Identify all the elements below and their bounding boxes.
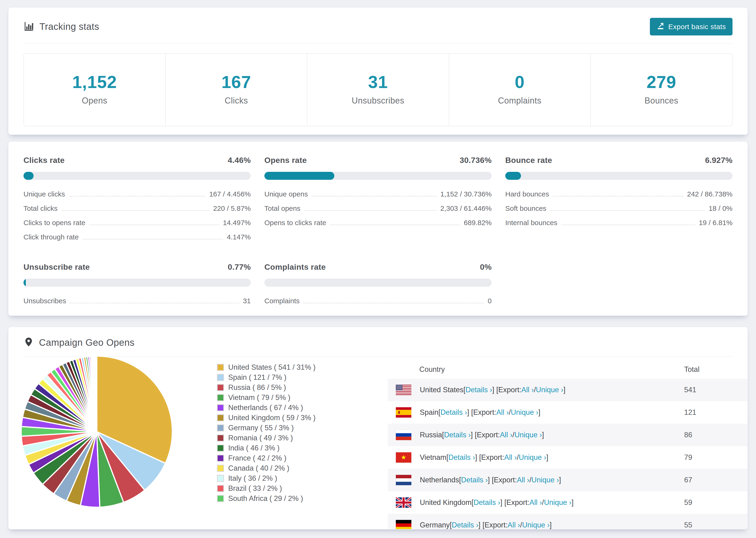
country-name: United States (420, 386, 463, 394)
rates-card: Clicks rate4.46%Unique clicks167 / 4.456… (8, 141, 748, 316)
summary-stat-box: 279Bounces (590, 54, 732, 126)
bracket-text: [ (438, 408, 441, 417)
stat-label: Complaints (449, 96, 590, 106)
legend-label: Brazil ( 33 / 2% ) (228, 484, 282, 493)
country-name: Spain (420, 408, 438, 417)
legend-item: India ( 46 / 3% ) (217, 444, 315, 452)
rate-value: 0.77% (228, 262, 251, 272)
dotted-leader (550, 204, 705, 211)
legend-swatch (217, 475, 224, 482)
dotted-leader (561, 219, 695, 225)
table-row: Russia [Details ›] [Export: All › / Uniq… (388, 424, 748, 446)
pie-legend: United States ( 541 / 31% )Spain ( 121 /… (217, 364, 315, 505)
legend-item: Brazil ( 33 / 2% ) (217, 485, 315, 492)
legend-swatch (217, 374, 224, 381)
progress-bar (264, 172, 492, 180)
export-all-link[interactable]: All › (504, 453, 517, 462)
export-unique-link[interactable]: Unique › (536, 386, 564, 394)
rate-row-label: Opens to clicks rate (264, 219, 326, 227)
rates-grid: Clicks rate4.46%Unique clicks167 / 4.456… (24, 156, 732, 311)
page-title: Tracking stats (39, 21, 99, 32)
export-unique-link[interactable]: Unique › (522, 521, 550, 529)
map-pin-icon (24, 337, 34, 348)
legend-swatch (217, 445, 224, 452)
dotted-leader (61, 204, 209, 211)
details-link[interactable]: Details › (465, 386, 492, 394)
export-unique-link[interactable]: Unique › (519, 453, 546, 462)
bracket-text: ] [Export: (488, 476, 517, 484)
rate-row: Click through rate4.147% (24, 233, 251, 241)
dotted-leader (70, 297, 239, 303)
bracket-text: ] (571, 498, 573, 507)
slash-text: / (542, 498, 544, 507)
export-all-link[interactable]: All › (529, 498, 542, 507)
stat-value: 279 (591, 72, 732, 92)
bracket-text: ] (546, 453, 549, 462)
rate-row-value: 19 / 6.81% (699, 219, 732, 227)
export-unique-link[interactable]: Unique › (544, 498, 571, 507)
stat-label: Opens (24, 96, 165, 106)
rate-title: Clicks rate (24, 156, 65, 165)
legend-swatch (217, 394, 224, 401)
details-link[interactable]: Details › (473, 498, 500, 507)
bracket-text: [ (472, 498, 474, 507)
export-unique-link[interactable]: Unique › (531, 476, 559, 484)
rate-section-header: Unsubscribe rate0.77% (24, 262, 251, 272)
rate-title: Bounce rate (505, 156, 552, 165)
summary-stat-box: 31Unsubscribes (307, 54, 449, 126)
bracket-text: [ (442, 431, 444, 439)
rate-row-value: 220 / 5.87% (213, 204, 251, 212)
pie-slice-other (96, 356, 97, 432)
legend-swatch (217, 424, 224, 431)
slash-text: / (520, 521, 522, 529)
export-unique-link[interactable]: Unique › (511, 408, 538, 417)
legend-label: Italy ( 36 / 2% ) (228, 474, 277, 483)
legend-item: United Kingdom ( 59 / 3% ) (217, 414, 315, 422)
rate-title: Unsubscribe rate (24, 262, 90, 272)
legend-label: United States ( 541 / 31% ) (228, 363, 315, 372)
dotted-leader (330, 219, 460, 225)
details-link[interactable]: Details › (449, 453, 475, 462)
export-all-link[interactable]: All › (500, 431, 512, 439)
legend-swatch (217, 485, 224, 492)
legend-label: Romania ( 49 / 3% ) (228, 434, 293, 442)
bracket-text: ] [Export: (475, 453, 504, 462)
export-unique-link[interactable]: Unique › (514, 431, 542, 439)
rate-row-label: Unique clicks (24, 190, 65, 198)
rate-row: Unique clicks167 / 4.456% (24, 190, 251, 198)
country-cell: United Kingdom [Details ›] [Export: All … (396, 497, 684, 508)
table-row: Germany [Details ›] [Export: All › / Uni… (388, 514, 748, 529)
legend-item: Vietnam ( 79 / 5% ) (217, 394, 315, 402)
stat-label: Clicks (166, 96, 307, 106)
progress-bar (24, 172, 251, 180)
bracket-text: ] [Export: (471, 431, 500, 439)
progress-bar (264, 279, 492, 287)
rate-section-header: Complaints rate0% (264, 262, 492, 272)
rate-row-value: 1,152 / 30.736% (440, 190, 492, 198)
details-link[interactable]: Details › (441, 408, 467, 417)
legend-item: South Africa ( 29 / 2% ) (217, 495, 315, 502)
progress-fill (24, 172, 33, 180)
summary-stat-box: 167Clicks (165, 54, 307, 126)
table-header-total: Total (684, 365, 748, 374)
export-all-link[interactable]: All › (521, 386, 534, 394)
export-all-link[interactable]: All › (496, 408, 509, 417)
rate-row-value: 18 / 0% (709, 204, 732, 212)
export-basic-stats-button[interactable]: Export basic stats (650, 18, 732, 35)
details-link[interactable]: Details › (461, 476, 488, 484)
rate-row-value: 167 / 4.456% (209, 190, 251, 198)
details-link[interactable]: Details › (444, 431, 471, 439)
export-all-link[interactable]: All › (508, 521, 520, 529)
total-value: 55 (684, 521, 748, 529)
export-icon (657, 22, 665, 31)
legend-item: Romania ( 49 / 3% ) (217, 434, 315, 442)
slash-text: / (513, 431, 514, 439)
rate-row-value: 14.497% (223, 219, 251, 227)
details-link[interactable]: Details › (452, 521, 478, 529)
rate-value: 4.46% (228, 156, 251, 165)
export-all-link[interactable]: All › (517, 476, 529, 484)
dotted-leader (82, 233, 223, 240)
rate-row-label: Click through rate (24, 233, 79, 241)
country-flag-gb (396, 497, 411, 508)
total-value: 67 (684, 476, 748, 484)
